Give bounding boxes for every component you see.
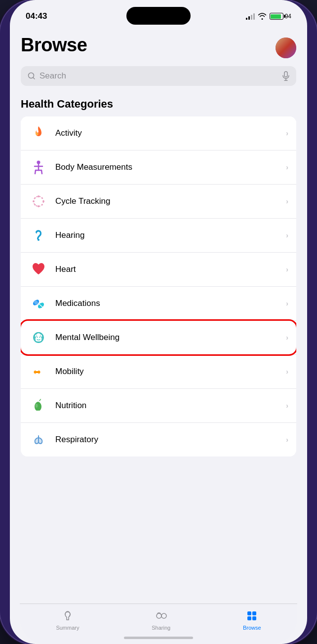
respiratory-label: Respiratory — [55, 435, 286, 445]
mental-wellbeing-label: Mental Wellbeing — [55, 333, 286, 342]
summary-tab-icon — [61, 609, 75, 623]
body-measurements-icon — [29, 157, 48, 177]
summary-tab-label: Summary — [56, 625, 79, 631]
browse-tab-label: Browse — [243, 625, 261, 631]
medications-icon — [29, 294, 48, 313]
category-item-mental-wellbeing[interactable]: Mental Wellbeing › — [21, 321, 296, 355]
hearing-icon — [29, 226, 48, 245]
phone-screen: 04:43 94 — [10, 0, 307, 644]
svg-point-20 — [38, 239, 40, 241]
page-title: Browse — [21, 35, 87, 56]
svg-line-10 — [41, 170, 42, 174]
svg-point-28 — [42, 337, 43, 339]
respiratory-chevron: › — [286, 436, 288, 444]
avatar[interactable] — [276, 38, 296, 58]
svg-point-29 — [36, 404, 38, 408]
activity-label: Activity — [55, 128, 286, 138]
battery-icon: 94 — [270, 13, 291, 20]
hearing-label: Hearing — [55, 230, 286, 240]
wifi-icon — [258, 13, 267, 20]
svg-point-13 — [38, 205, 40, 207]
category-item-cycle-tracking[interactable]: Cycle Tracking › — [21, 185, 296, 219]
nutrition-label: Nutrition — [55, 401, 286, 411]
sharing-tab-label: Sharing — [152, 625, 170, 631]
search-placeholder: Search — [40, 71, 278, 81]
category-item-mobility[interactable]: Mobility › — [21, 355, 296, 389]
svg-rect-33 — [252, 611, 256, 615]
svg-point-19 — [41, 204, 43, 206]
svg-point-18 — [35, 204, 36, 206]
nutrition-chevron: › — [286, 402, 288, 410]
microphone-icon[interactable] — [282, 71, 289, 81]
home-indicator — [124, 637, 193, 639]
svg-point-4 — [37, 161, 40, 164]
phone-frame: 04:43 94 — [0, 0, 317, 644]
svg-point-16 — [35, 197, 36, 199]
browse-tab-icon — [245, 609, 259, 623]
category-item-heart[interactable]: Heart › — [21, 253, 296, 287]
category-item-body-measurements[interactable]: Body Measurements › — [21, 151, 296, 185]
medications-chevron: › — [286, 300, 288, 307]
heart-chevron: › — [286, 265, 288, 273]
category-item-medications[interactable]: Medications › — [21, 287, 296, 321]
hearing-chevron: › — [286, 231, 288, 239]
category-item-activity[interactable]: Activity › — [21, 116, 296, 151]
svg-rect-32 — [247, 611, 251, 615]
svg-point-30 — [157, 613, 161, 618]
respiratory-icon — [29, 430, 48, 450]
body-measurements-label: Body Measurements — [55, 162, 286, 172]
cycle-tracking-chevron: › — [286, 197, 288, 205]
content-area: Browse Search — [10, 29, 307, 604]
mobility-label: Mobility — [55, 367, 286, 377]
svg-point-14 — [33, 200, 35, 202]
medications-label: Medications — [55, 299, 286, 308]
signal-icon — [246, 13, 255, 20]
cycle-tracking-icon — [29, 191, 48, 211]
mobility-chevron: › — [286, 368, 288, 376]
mental-wellbeing-chevron: › — [286, 334, 288, 341]
svg-point-15 — [42, 200, 44, 202]
svg-point-27 — [34, 337, 36, 339]
svg-point-17 — [41, 197, 43, 199]
dynamic-island — [126, 7, 191, 25]
mobility-icon — [29, 362, 48, 381]
svg-rect-34 — [247, 616, 251, 620]
svg-point-31 — [161, 613, 166, 618]
category-item-hearing[interactable]: Hearing › — [21, 219, 296, 253]
svg-point-12 — [38, 195, 40, 197]
heart-label: Heart — [55, 265, 286, 274]
activity-icon — [29, 123, 48, 143]
mental-wellbeing-icon — [29, 328, 48, 347]
section-title: Health Categories — [21, 98, 296, 111]
body-measurements-chevron: › — [286, 163, 288, 171]
search-icon — [28, 72, 36, 80]
status-time: 04:43 — [26, 11, 47, 21]
battery-percent: 94 — [285, 13, 291, 20]
categories-list: Activity › — [21, 116, 296, 456]
svg-rect-35 — [252, 616, 256, 620]
category-item-nutrition[interactable]: Nutrition › — [21, 389, 296, 423]
status-icons: 94 — [246, 13, 291, 20]
nutrition-icon — [29, 396, 48, 416]
sharing-tab-icon — [154, 609, 168, 623]
svg-rect-1 — [284, 72, 287, 77]
tab-sharing[interactable]: Sharing — [152, 609, 170, 631]
tab-browse[interactable]: Browse — [243, 609, 261, 631]
cycle-tracking-label: Cycle Tracking — [55, 196, 286, 206]
tab-summary[interactable]: Summary — [56, 609, 79, 631]
search-bar[interactable]: Search — [21, 66, 296, 86]
heart-icon — [29, 260, 48, 279]
page-header: Browse — [21, 29, 296, 66]
svg-line-9 — [35, 170, 36, 174]
category-item-respiratory[interactable]: Respiratory › — [21, 423, 296, 456]
activity-chevron: › — [286, 129, 288, 137]
